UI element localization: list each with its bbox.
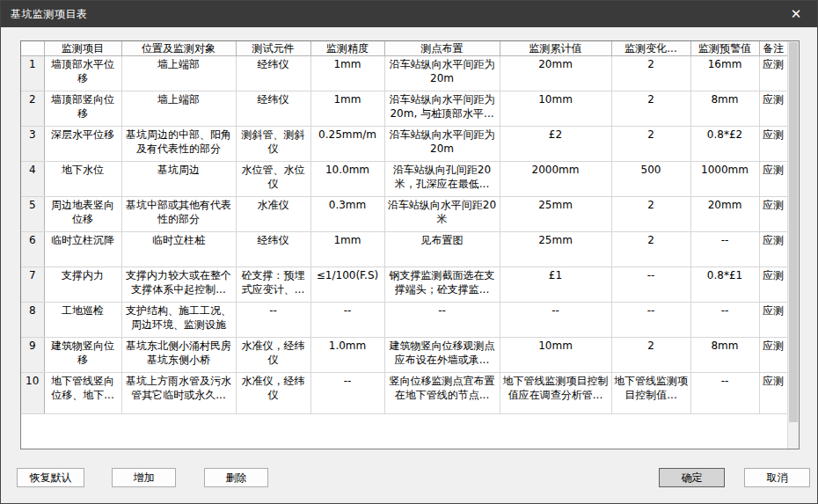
row-number[interactable]: 3	[21, 127, 44, 162]
table-cell[interactable]: 墙顶部竖向位移	[44, 91, 121, 127]
table-cell[interactable]: --	[690, 373, 759, 414]
restore-defaults-button[interactable]: 恢复默认	[17, 468, 84, 487]
table-cell[interactable]: 沿车站纵向水平间距为20m	[384, 127, 500, 162]
table-cell[interactable]: 应测	[759, 267, 787, 303]
ok-button[interactable]: 确定	[659, 468, 725, 487]
table-cell[interactable]: --	[690, 232, 759, 267]
table-cell[interactable]: 支护结构、施工工况、周边环境、监测设施	[121, 303, 236, 338]
table-cell[interactable]: --	[500, 303, 611, 338]
table-cell[interactable]: 2	[611, 232, 690, 267]
table-cell[interactable]: 基坑东北侧小涌村民房基坑东侧小桥	[121, 338, 236, 373]
table-cell[interactable]: 25mm	[500, 232, 611, 267]
table-cell[interactable]: 经纬仪	[236, 91, 310, 127]
table-cell[interactable]: 2	[611, 197, 690, 232]
table-cell[interactable]: 2	[611, 338, 690, 373]
table-cell[interactable]: 1.0mm	[310, 338, 384, 373]
table-cell[interactable]: 经纬仪	[236, 56, 310, 91]
table-row[interactable]: 2墙顶部竖向位移墙上端部经纬仪1mm沿车站纵向水平间距为20m, 与桩顶部水平.…	[21, 91, 787, 127]
table-row[interactable]: 8工地巡检支护结构、施工工况、周边环境、监测设施------------应测	[21, 303, 787, 338]
table-cell[interactable]: 临时立柱桩	[121, 232, 236, 267]
table-cell[interactable]: 水准仪	[236, 197, 310, 232]
table-cell[interactable]: 临时立柱沉降	[44, 232, 121, 267]
column-header[interactable]: 测点布置	[384, 41, 500, 56]
column-header[interactable]: 测试元件	[236, 41, 310, 56]
table-cell[interactable]: 应测	[759, 303, 787, 338]
column-header[interactable]	[21, 41, 44, 56]
table-cell[interactable]: 基坑中部或其他有代表性的部分	[121, 197, 236, 232]
table-cell[interactable]: 应测	[759, 162, 787, 197]
table-row[interactable]: 4地下水位基坑周边水位管、水位仪10.0mm沿车站纵向孔间距20米，孔深应在最低…	[21, 162, 787, 197]
row-number[interactable]: 6	[21, 232, 44, 267]
add-button[interactable]: 增加	[112, 468, 176, 487]
column-header[interactable]: 备注	[759, 41, 787, 56]
table-row[interactable]: 7支撑内力支撑内力较大或在整个支撑体系中起控制...砼支撑：预埋式应变计、...…	[21, 267, 787, 303]
table-cell[interactable]: 1mm	[310, 56, 384, 91]
table-cell[interactable]: 8mm	[690, 338, 759, 373]
table-cell[interactable]: 0.8*£1	[690, 267, 759, 303]
table-cell[interactable]: 见布置图	[384, 232, 500, 267]
table-cell[interactable]: 2	[611, 91, 690, 127]
column-header[interactable]: 监测精度	[310, 41, 384, 56]
table-cell[interactable]: --	[310, 373, 384, 414]
table-cell[interactable]: 深层水平位移	[44, 127, 121, 162]
row-number[interactable]: 10	[21, 373, 44, 414]
table-cell[interactable]: 水准仪，经纬仪	[236, 373, 310, 414]
table-cell[interactable]: 工地巡检	[44, 303, 121, 338]
table-cell[interactable]: 0.3mm	[310, 197, 384, 232]
table-cell[interactable]: 水准仪，经纬仪	[236, 338, 310, 373]
table-cell[interactable]: £2	[500, 127, 611, 162]
column-header[interactable]: 监测预警值	[690, 41, 759, 56]
table-cell[interactable]: 10mm	[500, 338, 611, 373]
table-cell[interactable]: 0.8*£2	[690, 127, 759, 162]
table-cell[interactable]: 竖向位移监测点宜布置在地下管线的节点...	[384, 373, 500, 414]
table-cell[interactable]: 10.0mm	[310, 162, 384, 197]
table-cell[interactable]: 应测	[759, 127, 787, 162]
table-cell[interactable]: ≤1/100(F.S)	[310, 267, 384, 303]
table-cell[interactable]: 2	[611, 56, 690, 91]
table-cell[interactable]: 20mm	[690, 197, 759, 232]
table-cell[interactable]: 10mm	[500, 91, 611, 127]
row-number[interactable]: 7	[21, 267, 44, 303]
row-number[interactable]: 8	[21, 303, 44, 338]
table-row[interactable]: 6临时立柱沉降临时立柱桩经纬仪1mm见布置图25mm2--应测	[21, 232, 787, 267]
table-cell[interactable]: --	[611, 303, 690, 338]
row-number[interactable]: 1	[21, 56, 44, 91]
table-row[interactable]: 3深层水平位移基坑周边的中部、阳角及有代表性的部分测斜管、测斜仪0.25mm/m…	[21, 127, 787, 162]
table-cell[interactable]: £1	[500, 267, 611, 303]
table-cell[interactable]: 应测	[759, 197, 787, 232]
table-cell[interactable]: 经纬仪	[236, 232, 310, 267]
table-cell[interactable]: 砼支撑：预埋式应变计、...	[236, 267, 310, 303]
column-header[interactable]: 监测项目	[44, 41, 121, 56]
table-cell[interactable]: 25mm	[500, 197, 611, 232]
row-number[interactable]: 9	[21, 338, 44, 373]
table-row[interactable]: 1墙顶部水平位移墙上端部经纬仪1mm沿车站纵向水平间距为20m20mm216mm…	[21, 56, 787, 91]
table-cell[interactable]: 建筑物竖向位移	[44, 338, 121, 373]
table-row[interactable]: 5周边地表竖向位移基坑中部或其他有代表性的部分水准仪0.3mm沿车站纵向水平间距…	[21, 197, 787, 232]
table-cell[interactable]: 墙上端部	[121, 56, 236, 91]
table-cell[interactable]: --	[611, 267, 690, 303]
table-cell[interactable]: 墙上端部	[121, 91, 236, 127]
table-cell[interactable]: 应测	[759, 338, 787, 373]
table-cell[interactable]: 沿车站纵向水平间距为20m, 与桩顶部水平...	[384, 91, 500, 127]
table-cell[interactable]: 500	[611, 162, 690, 197]
column-header[interactable]: 位置及监测对象	[121, 41, 236, 56]
table-cell[interactable]: --	[384, 303, 500, 338]
table-cell[interactable]: 16mm	[690, 56, 759, 91]
cancel-button[interactable]: 取消	[744, 468, 810, 487]
table-cell[interactable]: 周边地表竖向位移	[44, 197, 121, 232]
table-cell[interactable]: 应测	[759, 56, 787, 91]
table-row[interactable]: 9建筑物竖向位移基坑东北侧小涌村民房基坑东侧小桥水准仪，经纬仪1.0mm建筑物竖…	[21, 338, 787, 373]
titlebar[interactable]: 基坑监测项目表 ✕	[1, 1, 817, 27]
table-cell[interactable]: 基坑上方雨水管及污水管其它临时或永久...	[121, 373, 236, 414]
table-cell[interactable]: 沿车站纵向孔间距20米，孔深应在最低...	[384, 162, 500, 197]
table-cell[interactable]: 地下管线监测项目控制值...	[611, 373, 690, 414]
table-cell[interactable]: 8mm	[690, 91, 759, 127]
table-cell[interactable]: 基坑周边的中部、阳角及有代表性的部分	[121, 127, 236, 162]
table-cell[interactable]: 基坑周边	[121, 162, 236, 197]
row-number[interactable]: 2	[21, 91, 44, 127]
table-cell[interactable]: 应测	[759, 91, 787, 127]
table-cell[interactable]: 1000mm	[690, 162, 759, 197]
table-cell[interactable]: 地下水位	[44, 162, 121, 197]
scrollbar-thumb[interactable]	[789, 42, 798, 422]
row-number[interactable]: 5	[21, 197, 44, 232]
